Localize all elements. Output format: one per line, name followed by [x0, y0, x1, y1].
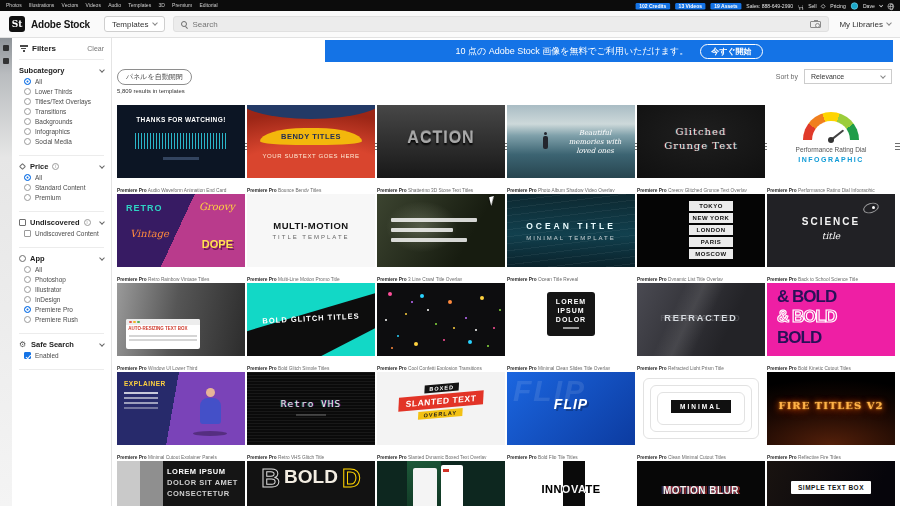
template-card[interactable]: Premiere Pro Cool Confetti Explosion Tra… [377, 283, 505, 370]
template-thumbnail[interactable]: OCEAN TITLE MINIMAL TEMPLATE [507, 194, 635, 267]
sort-dropdown[interactable]: Relevance [804, 69, 892, 84]
template-card[interactable]: MINIMAL Premiere Pro Clean Minimal Cutou… [637, 372, 765, 459]
template-card[interactable]: B BOLD D [247, 461, 375, 506]
my-libraries-menu[interactable]: My Libraries [839, 20, 891, 29]
subcategory-lower-thirds[interactable]: Lower Thirds [24, 88, 104, 95]
template-thumbnail[interactable]: RETRO Groovy Vintage DOPE [117, 194, 245, 267]
nav-videos[interactable]: Videos [86, 3, 101, 8]
template-thumbnail[interactable]: LOREM IPSUM DOLOR SIT AMET CONSECTETUR [117, 461, 245, 506]
template-card[interactable]: OCEAN TITLE MINIMAL TEMPLATE Premiere Pr… [507, 194, 635, 281]
template-card[interactable]: Glitched Grunge Text Premiere Pro Creepy… [637, 105, 765, 192]
price-standard-content[interactable]: Standard Content [24, 184, 104, 191]
template-card[interactable]: MOTION BLUR [637, 461, 765, 506]
template-card[interactable]: EXPLAINER Premiere Pro Minimal Cutout Ex… [117, 372, 245, 459]
info-icon[interactable]: i [52, 163, 59, 170]
template-thumbnail[interactable]: AUTO-RESIZING TEXT BOX [117, 283, 245, 356]
nav-illustrations[interactable]: Illustrations [29, 3, 54, 8]
template-thumbnail[interactable]: & BOLD & BOLD BOLD [767, 283, 895, 356]
nav-audio[interactable]: Audio [108, 3, 121, 8]
template-card[interactable]: FIRE TITLES V2 Premiere Pro Reflective F… [767, 372, 895, 459]
template-card[interactable]: REFRACTED Premiere Pro Refracted Light P… [637, 283, 765, 370]
template-thumbnail[interactable]: Glitched Grunge Text [637, 105, 765, 178]
template-thumbnail[interactable]: THANKS FOR WATCHING! [117, 105, 245, 178]
template-thumbnail[interactable]: Performance Rating Dial INFOGRAPHIC [767, 105, 895, 178]
template-thumbnail[interactable]: Beautiful memories with loved ones [507, 105, 635, 178]
price-premium[interactable]: Premium [24, 194, 104, 201]
chevron-down-icon[interactable] [99, 255, 105, 261]
search-bar[interactable] [173, 16, 829, 32]
user-menu[interactable]: Dave [863, 3, 875, 8]
subcategory-backgrounds[interactable]: Backgrounds [24, 118, 104, 125]
nav-photos[interactable]: Photos [6, 3, 22, 8]
template-card[interactable]: & BOLD & BOLD BOLD Premiere Pro Bold Kin… [767, 283, 895, 370]
subcategory-titles-text-overlays[interactable]: Titles/Text Overlays [24, 98, 104, 105]
nav-premium[interactable]: Premium [172, 3, 192, 8]
template-card[interactable]: TOKYO NEW YORK LONDON PARIS MOSCOW Premi… [637, 194, 765, 281]
nav-3d[interactable]: 3D [158, 3, 164, 8]
nav-templates[interactable]: Templates [128, 3, 151, 8]
nav-vectors[interactable]: Vectors [62, 3, 79, 8]
template-thumbnail[interactable]: TOKYO NEW YORK LONDON PARIS MOSCOW [637, 194, 765, 267]
template-card[interactable]: ACTION Premiere Pro Shattering 3D Stone … [377, 105, 505, 192]
app-illustrator[interactable]: Illustrator [24, 286, 104, 293]
chevron-down-icon[interactable] [99, 163, 105, 169]
template-card[interactable] [377, 461, 505, 506]
adobe-stock-logo[interactable]: St [9, 16, 25, 32]
sell-link[interactable]: Sell [808, 3, 816, 8]
template-card[interactable]: FLIP FLIP Premiere Pro Bold Flip Tile Ti… [507, 372, 635, 459]
user-avatar[interactable] [851, 2, 858, 9]
app-photoshop[interactable]: Photoshop [24, 276, 104, 283]
promo-cta-button[interactable]: 今すぐ開始 [700, 44, 762, 59]
template-thumbnail[interactable]: FIRE TITLES V2 [767, 372, 895, 445]
template-thumbnail[interactable]: ACTION [377, 105, 505, 178]
template-thumbnail[interactable]: FLIP FLIP [507, 372, 635, 445]
subcategory-infographics[interactable]: Infographics [24, 128, 104, 135]
template-card[interactable]: RETRO Groovy Vintage DOPE Premiere Pro R… [117, 194, 245, 281]
template-card[interactable]: INNOVATE [507, 461, 635, 506]
template-thumbnail[interactable]: MULTI-MOTION TITLE TEMPLATE [247, 194, 375, 267]
template-thumbnail[interactable]: Retro VHS [247, 372, 375, 445]
info-icon[interactable]: i [84, 219, 91, 226]
template-card[interactable]: BOLD GLITCH TITLES Premiere Pro Bold Gli… [247, 283, 375, 370]
videos-badge[interactable]: 13 Videos [675, 2, 706, 8]
clear-filters-link[interactable]: Clear [87, 45, 104, 52]
template-thumbnail[interactable]: SCIENCE title [767, 194, 895, 267]
app-all[interactable]: All [24, 266, 104, 273]
template-thumbnail[interactable] [377, 283, 505, 356]
template-card[interactable]: MULTI-MOTION TITLE TEMPLATE Premiere Pro… [247, 194, 375, 281]
template-thumbnail[interactable] [377, 194, 505, 267]
app-premiere-rush[interactable]: Premiere Rush [24, 316, 104, 323]
template-thumbnail[interactable]: BENDY TITLES YOUR SUBTEXT GOES HERE [247, 105, 375, 178]
template-card[interactable]: LOREM IPSUM DOLOR SIT AMET CONSECTETUR [117, 461, 245, 506]
chevron-down-icon[interactable] [99, 341, 105, 347]
subcategory-all[interactable]: All [24, 78, 104, 85]
template-card[interactable]: Beautiful memories with loved ones Premi… [507, 105, 635, 192]
template-card[interactable]: Premiere Pro 3 Line Crawl Title Overlay [377, 194, 505, 281]
visual-search-camera-icon[interactable] [810, 21, 821, 28]
app-indesign[interactable]: InDesign [24, 296, 104, 303]
template-thumbnail[interactable]: INNOVATE [507, 461, 635, 506]
price-all[interactable]: All [24, 174, 104, 181]
template-thumbnail[interactable]: MINIMAL [637, 372, 765, 445]
template-card[interactable]: AUTO-RESIZING TEXT BOX Premiere Pro Wind… [117, 283, 245, 370]
assets-badge[interactable]: 19 Assets [710, 2, 741, 8]
template-thumbnail[interactable]: SIMPLE TEXT BOX [767, 461, 895, 506]
nav-editorial[interactable]: Editorial [199, 3, 217, 8]
template-card[interactable]: THANKS FOR WATCHING! Premiere Pro Audio … [117, 105, 245, 192]
chevron-down-icon[interactable] [99, 67, 105, 73]
template-thumbnail[interactable]: BOLD GLITCH TITLES [247, 283, 375, 356]
undiscovered-content[interactable]: Undiscovered Content [24, 230, 104, 237]
subcategory-social-media[interactable]: Social Media [24, 138, 104, 145]
template-card[interactable]: BENDY TITLES YOUR SUBTEXT GOES HERE Prem… [247, 105, 375, 192]
template-thumbnail[interactable]: BOXED SLANTED TEXT OVERLAY [377, 372, 505, 445]
template-thumbnail[interactable]: REFRACTED [637, 283, 765, 356]
globe-icon[interactable] [888, 2, 894, 8]
category-dropdown[interactable]: Templates [104, 16, 165, 32]
template-thumbnail[interactable]: MOTION BLUR [637, 461, 765, 506]
template-card[interactable]: Retro VHS Premiere Pro Retro VHS Glitch … [247, 372, 375, 459]
search-input[interactable] [192, 20, 805, 29]
template-thumbnail[interactable] [377, 461, 505, 506]
pricing-link[interactable]: Pricing [830, 3, 845, 8]
panel-toggle-button[interactable]: パネルを自動開閉 [117, 69, 192, 85]
template-thumbnail[interactable]: EXPLAINER [117, 372, 245, 445]
